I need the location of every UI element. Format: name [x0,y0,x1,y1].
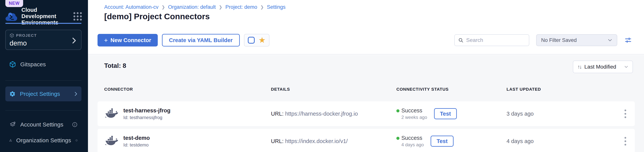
breadcrumb-separator: ❯ [260,5,264,10]
toolbar: + New Connector Create via YAML Builder … [88,29,644,55]
breadcrumb-separator: ❯ [162,5,165,10]
plus-icon: + [104,37,108,44]
connectors-list-area: Total: 8 ↑↓ Last Modified CONNECTOR DETA… [88,55,644,152]
sidebar-item-account-settings[interactable]: Account Settings [5,118,82,131]
url-label: URL: [271,138,284,144]
create-yaml-builder-button[interactable]: Create via YAML Builder [162,34,240,47]
sidebar-item-gitspaces[interactable]: Gitspaces [5,58,82,71]
page-title: [demo] Project Connectors [104,12,210,21]
sidebar-item-project-settings[interactable]: Project Settings [5,86,82,101]
logo-underline [5,23,82,24]
sidebar: NEW Cloud Development Environments PROJE… [0,0,88,152]
search-icon [458,38,464,43]
gear-icon [9,91,16,97]
page-header: Account: Automation-cv ❯ Organization: d… [88,0,644,29]
connector-name[interactable]: test-harness-jfrog [123,107,170,114]
table-row[interactable]: test-demo Id: testdemo URL: https://inde… [98,129,635,152]
connector-name[interactable]: test-demo [123,135,150,141]
project-selector[interactable]: PROJECT demo [5,30,82,50]
url-value: https://index.docker.io/v1/ [285,138,348,144]
sidebar-item-label: Account Settings [20,121,63,128]
favorites-filter-group: ★ [244,34,270,47]
success-dot [396,109,400,112]
new-connector-button[interactable]: + New Connector [98,34,158,47]
info-icon[interactable] [72,122,78,127]
sort-value: Last Modified [584,64,616,70]
chevron-right-icon [74,91,78,96]
column-details: DETAILS [271,87,396,92]
search-input[interactable] [466,37,524,43]
row-menu-button[interactable] [622,135,628,148]
org-gear-icon [9,137,12,144]
success-dot [396,137,400,140]
test-connection-button[interactable]: Test [430,136,453,147]
gitspaces-cube-icon [9,61,16,68]
sidebar-item-label: Gitspaces [20,61,46,68]
table-rows: test-harness-jfrog Id: testharnessjfrog … [98,101,635,152]
search-box [454,34,529,46]
column-connector: CONNECTOR [104,87,271,92]
status-time: 4 days ago [401,142,424,148]
breadcrumb-project[interactable]: Project: demo [226,4,257,10]
status-text: Success [401,107,422,114]
column-last-updated: LAST UPDATED [506,87,619,92]
docker-icon [104,135,118,147]
chevron-down-icon [608,39,612,42]
sidebar-item-organization-settings[interactable]: Organization Settings [5,134,82,147]
sidebar-item-label: Organization Settings [16,137,71,144]
project-name: demo [10,39,77,47]
favorites-checkbox[interactable] [248,37,255,44]
connector-id: Id: testharnessjfrog [123,115,170,120]
breadcrumb-separator: ❯ [219,5,222,10]
url-label: URL: [271,111,284,117]
cube-icon [10,33,14,38]
table-header: CONNECTOR DETAILS CONNECTIVITY STATUS LA… [98,87,635,92]
table-row[interactable]: test-harness-jfrog Id: testharnessjfrog … [98,101,635,126]
sidebar-item-label: Project Settings [20,91,60,97]
main-content: Account: Automation-cv ❯ Organization: d… [88,0,644,152]
star-icon: ★ [258,36,266,44]
status-time: 2 weeks ago [401,115,427,120]
sort-arrows-icon: ↑↓ [578,64,581,70]
total-count: Total: 8 [104,62,126,69]
status-text: Success [401,135,422,141]
filter-settings-button[interactable] [624,36,632,44]
new-badge: NEW [5,0,23,7]
saved-filter-dropdown[interactable]: No Filter Saved [536,34,617,46]
app-grid-icon[interactable] [74,12,82,21]
docker-icon [104,108,118,119]
url-value: https://harness-docker.jfrog.io [285,111,358,117]
connector-id: Id: testdemo [123,142,150,148]
row-menu-button[interactable] [622,108,628,120]
breadcrumb-organization[interactable]: Organization: default [168,4,216,10]
filter-sliders-icon [624,36,632,44]
chevron-down-icon [624,66,628,68]
info-icon[interactable] [75,138,78,143]
breadcrumb-settings[interactable]: Settings [267,4,286,10]
project-label: PROJECT [16,33,37,38]
test-connection-button[interactable]: Test [434,108,457,119]
layers-gear-icon [9,121,16,128]
chevron-right-icon [72,37,76,44]
last-updated: 4 days ago [506,138,619,144]
breadcrumb: Account: Automation-cv ❯ Organization: d… [104,4,286,10]
cloud-logo-icon [5,11,18,22]
breadcrumb-account[interactable]: Account: Automation-cv [104,4,158,10]
last-updated: 3 days ago [506,111,619,117]
column-connectivity-status: CONNECTIVITY STATUS [396,87,506,92]
sort-dropdown[interactable]: ↑↓ Last Modified [573,61,633,73]
